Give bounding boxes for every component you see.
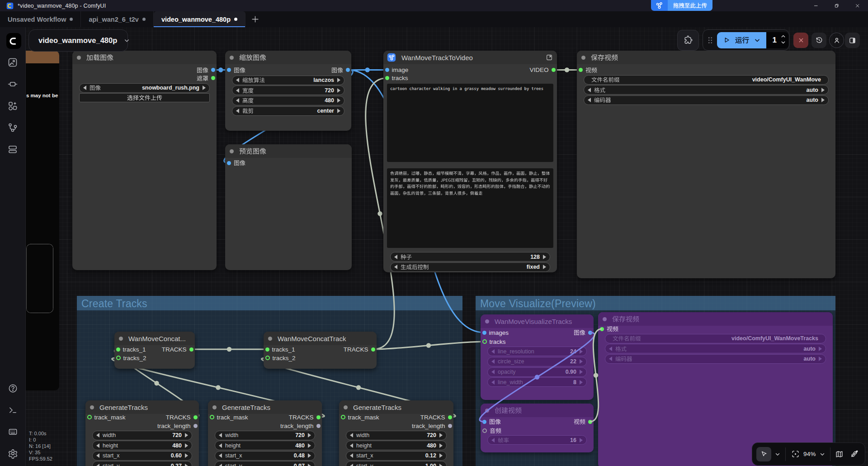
node-load-image[interactable]: snowboard_rush.png [72, 51, 217, 270]
workflow-tab-video_wanmove_480p[interactable]: video_wanmove_480p [154, 11, 245, 27]
node-image-scale[interactable]: lanczos720480center [225, 51, 351, 131]
widget-increment-arrow[interactable] [308, 433, 311, 437]
collapse-dot[interactable] [603, 317, 607, 321]
node-wanmove-visualize-tracks[interactable]: WanMoveVisualizeTracksimagestracksline_r… [481, 314, 594, 400]
output-slot-TRACKS[interactable]: TRACKS [344, 345, 375, 353]
widget-increment-arrow[interactable] [580, 349, 583, 354]
input-slot-tracks_1[interactable]: tracks_1 [116, 345, 146, 353]
widget-width[interactable]: width720 [215, 431, 315, 440]
node-header[interactable] [225, 51, 351, 64]
input-slot-视频[interactable] [579, 66, 597, 74]
slot-dot[interactable] [448, 424, 452, 428]
widget-decrement-arrow[interactable] [588, 88, 591, 92]
slot-dot[interactable] [316, 415, 321, 419]
widget-decrement-arrow[interactable] [491, 380, 495, 385]
widget-高度[interactable]: 480 [232, 96, 344, 105]
workflow-tab-Unsaved Workflow[interactable]: Unsaved Workflow [0, 11, 81, 27]
widget-格式[interactable]: auto [605, 344, 826, 353]
widget-width[interactable]: width720 [92, 431, 192, 440]
stepper-down-icon[interactable] [780, 39, 786, 45]
input-slot-图像[interactable] [482, 418, 501, 426]
collapse-dot[interactable] [485, 409, 489, 413]
widget-decrement-arrow[interactable] [236, 98, 239, 103]
slot-dot[interactable] [265, 347, 269, 352]
output-slot-VIDEO[interactable]: VIDEO [529, 66, 555, 74]
widget-increment-arrow[interactable] [580, 359, 583, 364]
drag-upload-badge[interactable] [651, 0, 712, 11]
widget-increment-arrow[interactable] [821, 88, 825, 92]
sidebar-button-models-icon[interactable] [0, 95, 26, 117]
drag-handle-icon[interactable] [705, 35, 715, 45]
widget-decrement-arrow[interactable] [609, 357, 612, 361]
slot-dot[interactable] [116, 347, 120, 352]
input-slot-tracks[interactable]: tracks [482, 338, 506, 346]
toggle-links-button[interactable] [850, 450, 859, 458]
slot-dot[interactable] [210, 415, 214, 419]
slot-dot[interactable] [193, 415, 198, 419]
widget-decrement-arrow[interactable] [96, 443, 99, 448]
cancel-run-button[interactable] [793, 33, 808, 48]
widget-start_x[interactable]: start_x0.60 [92, 451, 192, 461]
widget-increment-arrow[interactable] [580, 438, 583, 442]
widget-increment-arrow[interactable] [185, 464, 188, 466]
widget-increment-arrow[interactable] [819, 357, 822, 361]
input-slot-images[interactable]: images [482, 328, 509, 337]
widget-编码器[interactable]: auto [605, 354, 826, 364]
widget-increment-arrow[interactable] [439, 443, 443, 448]
link-midpoint-dot[interactable] [365, 67, 370, 72]
node-create-video[interactable]: 16 [481, 404, 594, 452]
slot-dot[interactable] [193, 424, 198, 428]
stepper-up-icon[interactable] [780, 33, 786, 39]
output-slot-track_length[interactable]: track_length [280, 422, 321, 430]
node-header[interactable] [598, 312, 833, 326]
widget-宽度[interactable]: 720 [232, 86, 344, 95]
extensions-button[interactable] [677, 30, 699, 51]
widget-increment-arrow[interactable] [439, 453, 443, 458]
cursor-tool-button[interactable] [756, 447, 771, 461]
widget-increment-arrow[interactable] [203, 86, 206, 90]
widget-increment-arrow[interactable] [337, 88, 340, 93]
widget-decrement-arrow[interactable] [588, 98, 591, 102]
widget-increment-arrow[interactable] [185, 453, 188, 458]
collapse-dot[interactable] [77, 56, 81, 60]
widget-图像[interactable]: snowboard_rush.png [79, 83, 210, 93]
widget-height[interactable]: height480 [92, 441, 192, 450]
widget-line_resolution[interactable]: line_resolution24 [487, 347, 587, 356]
output-slot-track_length[interactable]: track_length [412, 422, 452, 430]
link-midpoint-dot[interactable] [377, 211, 382, 216]
widget-decrement-arrow[interactable] [350, 443, 353, 448]
history-button[interactable] [811, 33, 826, 48]
widget-decrement-arrow[interactable] [609, 347, 612, 351]
zoom-options-chevron[interactable] [819, 451, 826, 457]
widget-increment-arrow[interactable] [580, 370, 583, 374]
input-slot-image[interactable]: image [385, 66, 409, 74]
collapse-dot[interactable] [485, 319, 489, 323]
node-header[interactable] [577, 51, 835, 64]
sidebar-button-assets-icon[interactable] [0, 52, 26, 73]
node-header[interactable]: GenerateTracks [208, 400, 322, 414]
widget-裁剪[interactable]: center [232, 106, 344, 116]
slot-dot[interactable] [552, 68, 556, 72]
output-slot-图像[interactable] [574, 328, 592, 337]
slot-dot[interactable] [482, 331, 486, 335]
minimize-button[interactable] [806, 0, 826, 11]
input-slot-图像[interactable] [227, 159, 245, 167]
input-slot-track_mask[interactable]: track_mask [341, 413, 379, 421]
widget-decrement-arrow[interactable] [350, 433, 353, 437]
node-wanmove-track-to-video[interactable]: WanMoveTrackToVideoimagetracksVIDEOcarto… [383, 51, 557, 272]
collapse-dot[interactable] [119, 337, 123, 341]
sidebar-button-templates-icon[interactable] [0, 138, 26, 160]
slot-dot[interactable] [482, 339, 487, 344]
slot-dot[interactable] [116, 356, 121, 360]
widget-decrement-arrow[interactable] [491, 359, 495, 364]
widget-start_x[interactable]: start_x0.12 [346, 451, 447, 461]
node-header[interactable]: GenerateTracks [85, 400, 199, 414]
node-header[interactable]: WanMoveTrackToVideo [383, 51, 557, 64]
input-slot-track_mask[interactable]: track_mask [87, 413, 126, 421]
widget-increment-arrow[interactable] [819, 347, 822, 351]
graph-canvas[interactable]: Create TracksMove Visualize(Preview) s m… [26, 27, 868, 466]
widget-decrement-arrow[interactable] [219, 433, 222, 437]
input-slot-图像[interactable] [227, 66, 245, 74]
slot-dot[interactable] [227, 161, 231, 165]
output-slot-TRACKS[interactable]: TRACKS [289, 413, 321, 421]
